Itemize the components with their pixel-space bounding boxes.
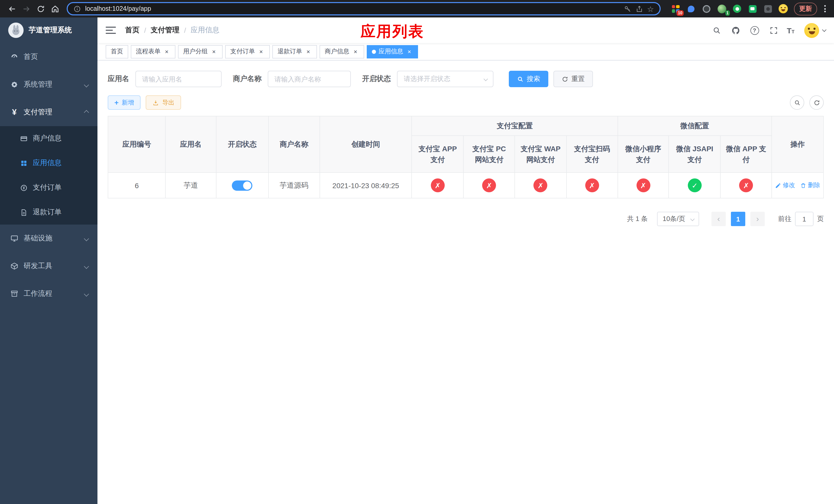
url-text[interactable]: localhost:1024/pay/app — [85, 5, 619, 12]
app-name-input[interactable] — [135, 71, 222, 87]
tab-label: 首页 — [111, 47, 123, 56]
extension-grid-icon[interactable]: 10 — [671, 4, 681, 14]
extensions-puzzle-icon[interactable] — [763, 4, 773, 14]
status-toggle[interactable] — [232, 180, 253, 190]
close-icon[interactable]: × — [406, 48, 413, 55]
extension-green-square-icon[interactable] — [747, 4, 758, 14]
tab-refund-order[interactable]: 退款订单× — [272, 45, 317, 58]
alipay-app-status-icon: ✗ — [431, 178, 445, 192]
extension-ring-icon[interactable] — [701, 4, 711, 14]
site-info-icon[interactable] — [73, 5, 81, 13]
edit-button[interactable]: 修改 — [775, 181, 795, 190]
sidebar-subitem-refund-order[interactable]: 退款订单 — [0, 200, 97, 225]
add-button[interactable]: + 新增 — [108, 95, 140, 110]
merchant-name-input[interactable] — [268, 71, 351, 87]
extension-avatar-icon[interactable]: 1 — [717, 4, 727, 14]
chevron-down-icon — [484, 77, 488, 81]
sidebar-item-home[interactable]: 首页 — [0, 43, 97, 71]
prev-page-button[interactable]: ‹ — [711, 212, 726, 226]
close-icon[interactable]: × — [210, 48, 218, 55]
tab-user-group[interactable]: 用户分组× — [178, 45, 223, 58]
goto-page-input[interactable] — [795, 212, 813, 226]
column-header-created: 创建时间 — [320, 116, 412, 173]
column-header-wechat-jsapi: 微信 JSAPI 支付 — [669, 136, 721, 173]
reset-button[interactable]: 重置 — [553, 71, 593, 87]
extension-drop-icon[interactable] — [686, 4, 696, 14]
delete-button[interactable]: 删除 — [800, 181, 820, 190]
close-icon[interactable]: × — [258, 48, 265, 55]
address-bar[interactable]: localhost:1024/pay/app ☆ — [67, 2, 661, 15]
github-icon[interactable] — [730, 25, 741, 36]
profile-avatar-icon[interactable] — [778, 4, 788, 14]
extension-badge: 1 — [725, 10, 730, 16]
column-header-actions: 操作 — [772, 116, 824, 173]
back-icon[interactable] — [5, 2, 19, 15]
export-button[interactable]: 导出 — [146, 95, 181, 110]
sidebar-item-label: 基础设施 — [24, 234, 52, 243]
tab-merchant-info[interactable]: 商户信息× — [320, 45, 364, 58]
bookmark-star-icon[interactable]: ☆ — [647, 5, 654, 13]
app-table: 应用编号 应用名 开启状态 商户名称 创建时间 支付宝配置 微信配置 操作 支付… — [108, 116, 824, 199]
column-header-alipay-pc: 支付宝 PC 网站支付 — [464, 136, 515, 173]
wechat-app-cell: ✗ — [721, 173, 772, 198]
tab-home[interactable]: 首页 — [106, 45, 128, 58]
extension-green-circle-icon[interactable] — [732, 4, 742, 14]
sidebar-subitem-merchant-info[interactable]: 商户信息 — [0, 126, 97, 151]
font-size-icon[interactable]: TT — [787, 26, 794, 34]
close-icon[interactable]: × — [163, 48, 170, 55]
column-header-wechat-app: 微信 APP 支付 — [721, 136, 772, 173]
extension-badge: 10 — [677, 10, 684, 16]
key-icon[interactable] — [623, 5, 631, 13]
sidebar-collapse-icon[interactable] — [106, 27, 116, 34]
browser-update-button[interactable]: 更新 — [794, 2, 817, 15]
top-navbar: 首页 / 支付管理 / 应用信息 应用列表 ? TT — [97, 18, 834, 43]
tab-app-info[interactable]: 应用信息× — [367, 45, 418, 58]
toggle-search-button[interactable] — [790, 95, 804, 110]
sidebar-subitem-pay-order[interactable]: 支付订单 — [0, 175, 97, 200]
yen-icon: ¥ — [10, 108, 19, 116]
breadcrumb-payment[interactable]: 支付管理 — [151, 26, 179, 35]
add-button-label: 新增 — [122, 98, 134, 107]
tab-label: 流程表单 — [136, 47, 160, 56]
status-select[interactable]: 请选择开启状态 — [397, 71, 493, 87]
reload-icon[interactable] — [34, 2, 47, 15]
app-logo[interactable]: 芋道管理系统 — [0, 18, 97, 43]
archive-box-icon — [10, 290, 19, 298]
sidebar-item-payment[interactable]: ¥ 支付管理 — [0, 98, 97, 126]
breadcrumb-home[interactable]: 首页 — [125, 26, 139, 35]
share-icon[interactable] — [635, 5, 643, 13]
wechat-app-status-icon: ✗ — [739, 178, 753, 192]
monitor-icon — [10, 234, 19, 243]
status-label: 开启状态 — [362, 74, 391, 84]
tab-process-form[interactable]: 流程表单× — [131, 45, 175, 58]
refresh-table-button[interactable] — [809, 95, 824, 110]
sidebar-subitem-app-info[interactable]: 应用信息 — [0, 151, 97, 175]
search-icon[interactable] — [711, 25, 722, 36]
wechat-mini-cell: ✗ — [618, 173, 669, 198]
sidebar-menu: 首页 系统管理 ¥ 支付管理 商户信息 — [0, 43, 97, 504]
user-avatar[interactable] — [804, 23, 826, 38]
tab-pay-order[interactable]: 支付订单× — [225, 45, 270, 58]
sidebar-item-dev-tools[interactable]: 研发工具 — [0, 252, 97, 280]
column-header-alipay-app: 支付宝 APP 支付 — [412, 136, 464, 173]
next-page-button[interactable]: › — [750, 212, 765, 226]
total-count-label: 共 1 条 — [627, 214, 648, 224]
fullscreen-icon[interactable] — [768, 25, 779, 36]
close-icon[interactable]: × — [305, 48, 312, 55]
page-size-select[interactable]: 10条/页 — [657, 212, 699, 226]
page-number-button[interactable]: 1 — [731, 212, 745, 226]
status-select-placeholder: 请选择开启状态 — [404, 74, 450, 84]
sidebar-item-workflow[interactable]: 工作流程 — [0, 280, 97, 307]
tab-label: 应用信息 — [378, 47, 403, 56]
home-icon[interactable] — [48, 2, 62, 15]
app-id-cell: 6 — [108, 173, 166, 198]
tab-label: 支付订单 — [230, 47, 255, 56]
tags-view-bar: 首页 流程表单× 用户分组× 支付订单× 退款订单× 商户信息× 应用信息× — [97, 43, 834, 61]
browser-menu-icon[interactable] — [821, 3, 829, 14]
help-icon[interactable]: ? — [749, 25, 760, 36]
sidebar-item-system[interactable]: 系统管理 — [0, 71, 97, 98]
sidebar-item-infrastructure[interactable]: 基础设施 — [0, 225, 97, 252]
toolbar-right — [790, 95, 824, 110]
close-icon[interactable]: × — [352, 48, 359, 55]
search-button[interactable]: 搜索 — [509, 71, 548, 87]
